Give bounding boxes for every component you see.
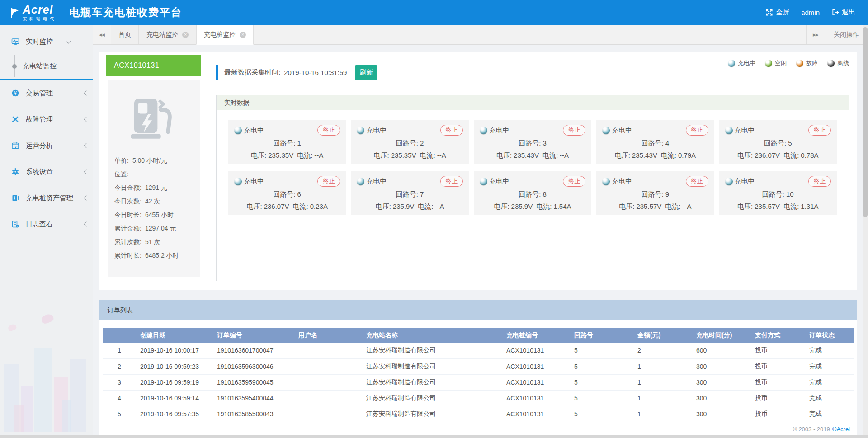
- status-dot-icon: [765, 60, 772, 67]
- tab-close-icon[interactable]: [240, 32, 246, 38]
- pile-stat-row: 位置:: [114, 167, 193, 181]
- vertical-scrollbar-thumb[interactable]: [863, 27, 868, 217]
- created-date: 2019-10-16 09:57:35: [136, 406, 212, 422]
- terminate-button[interactable]: 终止: [808, 125, 831, 136]
- order-row: 3 2019-10-16 09:59:19 1910163595900045 江…: [103, 374, 854, 390]
- terminate-button[interactable]: 终止: [563, 176, 585, 187]
- sidebar-item-label: 实时监控: [26, 38, 53, 46]
- circuit-card: 充电中 终止 回路号:7 电压:235.9V电流:--A: [351, 171, 468, 215]
- column-header: 订单状态: [805, 328, 854, 343]
- legend-item: 故障: [796, 59, 818, 67]
- logout-button[interactable]: 退出: [828, 5, 859, 19]
- fullscreen-button[interactable]: 全屏: [762, 5, 793, 19]
- pile-stat-row: 今日金额: 1291 元: [114, 181, 193, 194]
- terminate-button[interactable]: 终止: [686, 176, 708, 187]
- fullscreen-label: 全屏: [776, 8, 789, 17]
- content-area: ACX1010131: [93, 45, 863, 435]
- collect-time-value: 2019-10-16 10:31:59: [284, 69, 347, 76]
- tab-scroll-left-icon[interactable]: [93, 25, 111, 44]
- user-name: [294, 390, 362, 406]
- circuit-card: 充电中 终止 回路号:2 电压:235.35V电流:--A: [351, 120, 468, 164]
- close-operations-button[interactable]: 关闭操作: [825, 25, 868, 44]
- stat-value: 1297.04 元: [145, 221, 176, 235]
- chevron-left-icon: [84, 117, 89, 122]
- chevron-left-icon: [84, 169, 89, 174]
- charging-status-dot-icon: [234, 178, 242, 185]
- legend-item: 空闲: [765, 59, 787, 67]
- tab-pile-monitoring[interactable]: 充电桩监控: [196, 25, 254, 45]
- legend-label: 空闲: [775, 59, 787, 67]
- user-menu[interactable]: admin: [797, 6, 823, 19]
- charging-status-dot-icon: [234, 127, 242, 134]
- column-header: 用户名: [294, 328, 362, 343]
- realtime-data-box: 实时数据 充电中 终止: [216, 95, 849, 281]
- circuit-measurements-line: 电压:235.9V电流:1.54A: [480, 203, 585, 211]
- sidebar-item-label: 故障管理: [26, 115, 53, 124]
- circuit-measurements-line: 电压:236.07V电流:0.23A: [234, 203, 340, 211]
- terminate-button[interactable]: 终止: [686, 125, 708, 136]
- tab-label: 充电桩监控: [204, 31, 236, 39]
- status-label: 充电中: [489, 126, 509, 135]
- order-status: 完成: [805, 406, 854, 422]
- tab-close-icon[interactable]: [182, 32, 189, 38]
- terminate-button[interactable]: 终止: [440, 125, 463, 136]
- horizontal-scrollbar[interactable]: [0, 435, 868, 438]
- terminate-button[interactable]: 终止: [808, 176, 831, 187]
- circuit-card: 充电中 终止 回路号:4 电压:235.43V电流:0.79A: [596, 120, 714, 164]
- sidebar-item-label: 系统设置: [26, 168, 53, 176]
- order-row: 1 2019-10-16 10:00:17 1910163601700047 江…: [103, 343, 854, 358]
- order-status: 完成: [805, 390, 854, 406]
- sidebar-item-transactions[interactable]: ¥ 交易管理: [0, 80, 93, 106]
- gear-icon: [11, 168, 19, 176]
- stat-label: 单价:: [114, 154, 129, 167]
- sidebar-item-operations-analysis[interactable]: 运营分析: [0, 132, 93, 159]
- tab-station-monitoring[interactable]: 充电站监控: [139, 25, 196, 44]
- sidebar-item-pile-assets[interactable]: 充电桩资产管理: [0, 185, 93, 211]
- chevron-left-icon: [84, 221, 89, 226]
- refresh-button[interactable]: 刷新: [355, 65, 377, 80]
- sidebar-item-station-monitoring[interactable]: 充电站监控: [0, 55, 93, 77]
- top-header: Acrel 安科瑞电气 电瓶车充电桩收费平台 全屏 admin: [0, 0, 868, 25]
- charging-status-dot-icon: [602, 178, 610, 185]
- brand-subtitle: 安科瑞电气: [23, 17, 57, 21]
- sidebar-item-logs[interactable]: 日志查看: [0, 211, 93, 237]
- charging-pile-icon: [127, 93, 181, 146]
- calendar-icon: [11, 141, 19, 150]
- legend-item: 充电中: [728, 59, 755, 67]
- column-header: 回路号: [570, 328, 633, 343]
- vertical-scrollbar[interactable]: [863, 25, 868, 435]
- accent-bar: [216, 65, 218, 80]
- butterfly-decoration: [41, 313, 55, 325]
- terminate-button[interactable]: 终止: [563, 125, 585, 136]
- circuit-status: 充电中: [725, 177, 755, 186]
- charging-status-dot-icon: [357, 178, 364, 185]
- sidebar-item-system-settings[interactable]: 系统设置: [0, 159, 93, 185]
- chevron-down-icon: [66, 38, 71, 43]
- circuit-number-line: 回路号:3: [480, 139, 585, 148]
- yen-coin-icon: ¥: [11, 89, 19, 97]
- circuit-number-line: 回路号:1: [234, 139, 340, 148]
- sidebar-item-faults[interactable]: 故障管理: [0, 106, 93, 132]
- column-header: 充电桩编号: [502, 328, 570, 343]
- station-name: 江苏安科瑞制造有限公司: [362, 343, 502, 358]
- circuit-card: 充电中 终止 回路号:9 电压:235.57V电流:--A: [596, 171, 714, 215]
- amount: 2: [633, 343, 692, 358]
- column-header: 创建日期: [136, 328, 212, 343]
- stat-label: 今日次数:: [114, 194, 142, 208]
- circuit-status: 充电中: [234, 126, 264, 135]
- terminate-button[interactable]: 终止: [317, 176, 340, 187]
- pile-number: ACX1010131: [502, 390, 570, 406]
- circuit-status: 充电中: [357, 126, 387, 135]
- terminate-button[interactable]: 终止: [440, 176, 463, 187]
- created-date: 2019-10-16 09:59:23: [136, 358, 212, 374]
- sidebar-item-realtime-monitoring[interactable]: 实时监控: [0, 28, 93, 55]
- stat-label: 累计金额:: [114, 221, 142, 235]
- tab-home[interactable]: 首页: [111, 25, 139, 44]
- circuit-measurements-line: 电压:235.35V电流:--A: [357, 151, 462, 160]
- monitor-icon: [11, 38, 19, 46]
- tab-scroll-right-icon[interactable]: [807, 33, 825, 37]
- log-document-icon: [11, 220, 19, 228]
- circuit-measurements-line: 电压:235.43V电流:--A: [480, 151, 585, 160]
- terminate-button[interactable]: 终止: [317, 125, 340, 136]
- footer-brand-link[interactable]: ©Acrel: [832, 426, 850, 433]
